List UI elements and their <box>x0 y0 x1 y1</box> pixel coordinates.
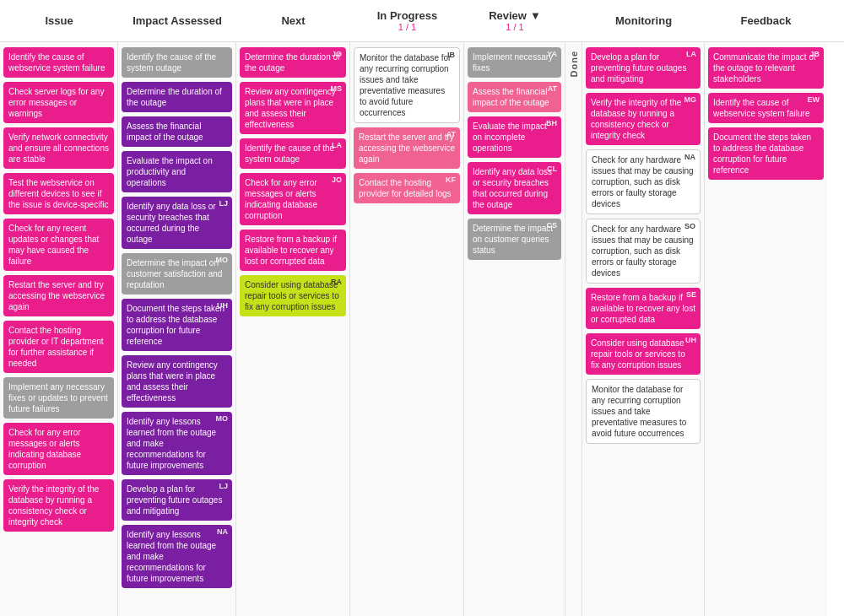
list-item[interactable]: MSReview any contingency plans that were… <box>240 82 346 134</box>
col-header-monitoring: Monitoring <box>582 9 705 32</box>
list-item[interactable]: Identify the cause of the system outage <box>122 47 232 78</box>
list-item[interactable]: Check for any recent updates or changes … <box>3 219 114 271</box>
list-item[interactable]: LAIdentify the cause of the system outag… <box>240 138 346 169</box>
dropdown-icon[interactable]: ▼ <box>530 9 541 22</box>
list-item[interactable]: Assess the financial impact of the outag… <box>122 116 232 147</box>
list-item[interactable]: Restore from a backup if available to re… <box>240 230 346 271</box>
list-item[interactable]: NAIdentify any lessons learned from the … <box>122 525 232 588</box>
column-impact: Identify the cause of the system outage … <box>118 42 236 616</box>
list-item[interactable]: Evaluate the impact on productivity and … <box>122 151 232 192</box>
list-item[interactable]: SERestore from a backup if available to … <box>586 288 701 329</box>
header-label-issue: Issue <box>45 14 73 27</box>
list-item[interactable]: SOCheck for any hardware issues that may… <box>586 219 701 284</box>
header-label-monitoring: Monitoring <box>615 14 672 27</box>
column-review: YAImplement necessary fixes ATAssess the… <box>464 42 565 616</box>
header-row: Issue Impact Assessed Next In Progress 1… <box>0 0 844 42</box>
done-label: Done <box>567 42 581 86</box>
list-item[interactable]: NACheck for any hardware issues that may… <box>586 149 701 214</box>
list-item[interactable]: IBMonitor the database for any recurring… <box>354 47 460 123</box>
list-item[interactable]: ATAssess the financial impact of the out… <box>468 82 561 112</box>
list-item[interactable]: Identify the cause of webservice system … <box>3 47 114 78</box>
list-item[interactable]: LJIdentify any data loss or security bre… <box>122 197 232 249</box>
list-item[interactable]: JODetermine the duration of the outage <box>240 47 346 78</box>
list-item[interactable]: BHEvaluate the impact on incomplete oper… <box>468 116 561 158</box>
list-item[interactable]: Test the webservice on different devices… <box>3 173 114 214</box>
column-done: Done <box>565 42 582 616</box>
list-item[interactable]: Verify the integrity of the database by … <box>3 479 114 532</box>
header-sub-inprogress: 1 / 1 <box>398 22 416 32</box>
list-item[interactable]: KFContact the hosting provider for detai… <box>354 173 460 203</box>
col-header-impact: Impact Assessed <box>118 9 236 32</box>
list-item[interactable]: UHDocument the steps taken to address th… <box>122 299 232 351</box>
list-item[interactable]: JOCheck for any error messages or alerts… <box>240 173 346 225</box>
list-item[interactable]: MOIdentify any lessons learned from the … <box>122 412 232 475</box>
list-item[interactable]: JBCommunicate the impact of the outage t… <box>708 47 824 89</box>
col-header-inprogress: In Progress 1 / 1 <box>350 4 464 37</box>
list-item[interactable]: Restart the server and try accessing the… <box>3 275 114 316</box>
list-item[interactable]: ATRestart the server and try accessing t… <box>354 127 460 169</box>
col-header-issue: Issue <box>0 9 118 32</box>
list-item[interactable]: YAImplement necessary fixes <box>468 47 561 78</box>
header-label-next: Next <box>281 14 305 27</box>
list-item[interactable]: LJDevelop a plan for preventing future o… <box>122 479 232 521</box>
kanban-board: Issue Impact Assessed Next In Progress 1… <box>0 0 844 616</box>
list-item[interactable]: CLIdentify any data loss or security bre… <box>468 162 561 214</box>
list-item[interactable]: CSDetermine the impact on customer queri… <box>468 219 561 260</box>
list-item[interactable]: Determine the duration of the outage <box>122 82 232 112</box>
col-header-review: Review ▼ 1 / 1 <box>464 4 565 37</box>
col-header-feedback: Feedback <box>705 9 827 32</box>
list-item[interactable]: LADevelop a plan for preventing future o… <box>586 47 701 89</box>
column-monitoring: LADevelop a plan for preventing future o… <box>582 42 705 616</box>
header-label-review: Review <box>489 9 527 22</box>
list-item[interactable]: MODetermine the impact on customer satis… <box>122 253 232 294</box>
list-item[interactable]: Contact the hosting provider or IT depar… <box>3 321 114 373</box>
board-body: Identify the cause of webservice system … <box>0 42 844 616</box>
column-inprogress: IBMonitor the database for any recurring… <box>350 42 464 616</box>
header-label-inprogress: In Progress <box>377 9 438 22</box>
list-item[interactable]: Check server logs for any error messages… <box>3 82 114 123</box>
header-label-feedback: Feedback <box>741 14 792 27</box>
list-item[interactable]: Verify network connectivity and ensure a… <box>3 127 114 169</box>
list-item[interactable]: Review any contingency plans that were i… <box>122 355 232 408</box>
list-item[interactable]: UHConsider using database repair tools o… <box>586 333 701 375</box>
column-next: JODetermine the duration of the outage M… <box>236 42 350 616</box>
col-header-next: Next <box>236 9 350 32</box>
header-label-impact: Impact Assessed <box>133 14 222 27</box>
list-item[interactable]: Monitor the database for any recurring c… <box>586 379 701 444</box>
header-sub-review: 1 / 1 <box>506 22 523 32</box>
list-item[interactable]: Check for any error messages or alerts i… <box>3 423 114 475</box>
column-feedback: JBCommunicate the impact of the outage t… <box>705 42 827 616</box>
list-item[interactable]: RAConsider using database repair tools o… <box>240 275 346 316</box>
list-item[interactable]: Implement any necessary fixes or updates… <box>3 377 114 419</box>
list-item[interactable]: Document the steps taken to address the … <box>708 127 824 180</box>
list-item[interactable]: EWIdentify the cause of webservice syste… <box>708 93 824 123</box>
list-item[interactable]: MGVerify the integrity of the database b… <box>586 93 701 145</box>
column-issue: Identify the cause of webservice system … <box>0 42 118 616</box>
